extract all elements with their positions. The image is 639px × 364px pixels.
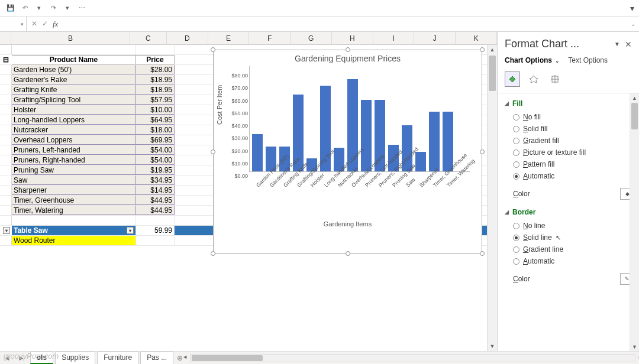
chart-bar[interactable] — [252, 134, 263, 171]
fx-icon[interactable]: fx — [53, 20, 58, 29]
cell-product-name[interactable]: Long-handled Loppers — [12, 115, 136, 125]
fill-option[interactable]: Pattern fill — [513, 158, 639, 170]
resize-handle[interactable] — [211, 47, 215, 52]
cell-price[interactable]: $18.95 — [136, 85, 175, 95]
cell-price[interactable]: $64.95 — [136, 115, 175, 125]
sheet-tab[interactable]: Supplies — [55, 352, 95, 364]
chart-x-axis-label[interactable]: Gardening Items — [214, 220, 482, 228]
redo-dropdown-icon[interactable]: ▾ — [62, 2, 73, 14]
cell-price[interactable]: $14.95 — [136, 186, 175, 195]
cell-product-name[interactable]: Nutcracker — [12, 125, 136, 135]
formula-input[interactable] — [63, 20, 627, 28]
resize-handle[interactable] — [346, 251, 350, 256]
col-header-D[interactable]: D — [167, 32, 208, 44]
cell-product-name[interactable]: Wood Router — [12, 236, 136, 245]
ribbon-options-icon[interactable]: ▾ — [630, 4, 634, 13]
resize-handle[interactable] — [346, 47, 350, 52]
scroll-thumb[interactable] — [192, 355, 263, 361]
fill-section-header[interactable]: ◢Fill — [505, 97, 639, 110]
cell-product-name[interactable]: Sharpener — [12, 186, 136, 195]
sheet-tab[interactable]: Furniture — [97, 352, 138, 364]
effects-tab-icon[interactable] — [526, 72, 541, 87]
cell-product-name[interactable]: Pruning Saw — [12, 165, 136, 175]
header-price[interactable]: Price — [136, 55, 175, 64]
chart-bar[interactable] — [429, 112, 440, 171]
col-header-E[interactable]: E — [208, 32, 250, 44]
col-header-I[interactable]: I — [373, 32, 415, 44]
fill-option[interactable]: Gradient fill — [513, 135, 639, 147]
scroll-thumb[interactable] — [489, 56, 496, 91]
resize-handle[interactable] — [480, 47, 485, 52]
cell-product-name[interactable]: Grafting Knife — [12, 85, 136, 95]
fill-line-tab-icon[interactable] — [505, 72, 520, 87]
header-product-name[interactable]: Product Name — [12, 55, 136, 64]
tab-text-options[interactable]: Text Options — [568, 56, 608, 64]
cell-price[interactable]: $18.95 — [136, 75, 175, 84]
row-collapse-icon[interactable]: ⊟ — [0, 55, 12, 64]
scroll-down-icon[interactable]: ▼ — [488, 342, 497, 351]
cell-product-name[interactable]: Holster — [12, 105, 136, 115]
cell-price[interactable]: $44.95 — [136, 196, 175, 205]
resize-handle[interactable] — [480, 251, 485, 256]
cell-price[interactable]: $19.95 — [136, 165, 175, 175]
cell-price[interactable]: $18.00 — [136, 125, 175, 135]
worksheet[interactable]: B C D E F G H I J K ⊟ Product Name Price… — [0, 32, 497, 351]
close-pane-icon[interactable]: ✕ — [625, 40, 632, 49]
cell-price[interactable]: $28.00 — [136, 65, 175, 74]
size-tab-icon[interactable] — [547, 72, 563, 87]
cell-price[interactable]: $69.95 — [136, 135, 175, 145]
chart-object[interactable]: Gardening Equipment Prices Cost Per Item… — [213, 50, 482, 254]
border-section-header[interactable]: ◢Border — [505, 206, 639, 219]
fill-option[interactable]: Automatic — [513, 170, 639, 182]
col-header-C[interactable]: C — [130, 32, 167, 44]
col-header-K[interactable]: K — [456, 32, 497, 44]
border-option[interactable]: Gradient line — [513, 243, 639, 255]
cancel-formula-icon[interactable]: ✕ — [31, 20, 37, 29]
cell-product-name[interactable]: Pruners, Right-handed — [12, 155, 136, 165]
cell-price[interactable]: $57.95 — [136, 95, 175, 105]
chart-bar[interactable] — [361, 100, 372, 171]
name-box[interactable]: ▾ — [0, 17, 27, 31]
horizontal-scrollbar[interactable]: ◄ ► — [190, 354, 635, 362]
customize-qat-icon[interactable]: ⋯ — [76, 2, 88, 14]
cell-price[interactable]: $10.00 — [136, 105, 175, 115]
chart-title[interactable]: Gardening Equipment Prices — [214, 50, 482, 66]
chart-y-axis-label[interactable]: Cost Per Item — [216, 85, 223, 125]
scroll-thumb[interactable] — [631, 103, 638, 129]
cell-product-name[interactable]: Gardener's Rake — [12, 75, 136, 84]
total-dropdown-icon[interactable]: ▾ — [127, 227, 134, 234]
cell-price[interactable]: $54.00 — [136, 145, 175, 155]
border-option[interactable]: No line — [513, 220, 639, 232]
resize-handle[interactable] — [211, 251, 215, 256]
col-header-corner[interactable] — [0, 32, 11, 44]
scroll-up-icon[interactable]: ▲ — [488, 45, 497, 54]
vertical-scrollbar[interactable]: ▲ ▼ — [487, 45, 497, 351]
fill-option[interactable]: Solid fill — [513, 123, 639, 135]
filter-dropdown-icon[interactable]: ▾ — [0, 226, 12, 235]
undo-dropdown-icon[interactable]: ▾ — [33, 2, 45, 14]
fill-option[interactable]: No fill — [513, 111, 639, 123]
pane-title-dropdown-icon[interactable]: ▼ — [614, 41, 620, 47]
undo-icon[interactable]: ↶ — [19, 2, 31, 14]
col-header-B[interactable]: B — [11, 32, 130, 44]
cell-price[interactable]: $34.95 — [136, 176, 175, 185]
border-option[interactable]: Automatic — [513, 255, 639, 267]
cell-product-name[interactable]: Timer, Greenhouse — [12, 196, 136, 205]
fill-option[interactable]: Picture or texture fill — [513, 147, 639, 158]
redo-icon[interactable]: ↷ — [47, 2, 59, 14]
cell-price[interactable]: $54.00 — [136, 155, 175, 165]
chart-bar[interactable] — [415, 152, 426, 171]
enter-formula-icon[interactable]: ✓ — [42, 20, 48, 29]
scroll-down-icon[interactable]: ▼ — [630, 342, 639, 351]
cell-product-name[interactable]: Garden Hose (50') — [12, 65, 136, 74]
pane-scrollbar[interactable]: ▲ ▼ — [630, 93, 639, 351]
resize-handle[interactable] — [480, 150, 485, 154]
cell-product-name[interactable]: Grafting/Splicing Tool — [12, 95, 136, 105]
chart-bar[interactable] — [443, 112, 453, 171]
tab-chart-options[interactable]: Chart Options ⌄ — [505, 56, 560, 64]
border-option[interactable]: Solid line ↖ — [513, 232, 639, 243]
cell-product-name[interactable]: Timer, Watering — [12, 206, 136, 215]
cell-price[interactable]: $44.95 — [136, 206, 175, 215]
scroll-up-icon[interactable]: ▲ — [630, 93, 639, 102]
save-icon[interactable]: 💾 — [5, 2, 17, 14]
